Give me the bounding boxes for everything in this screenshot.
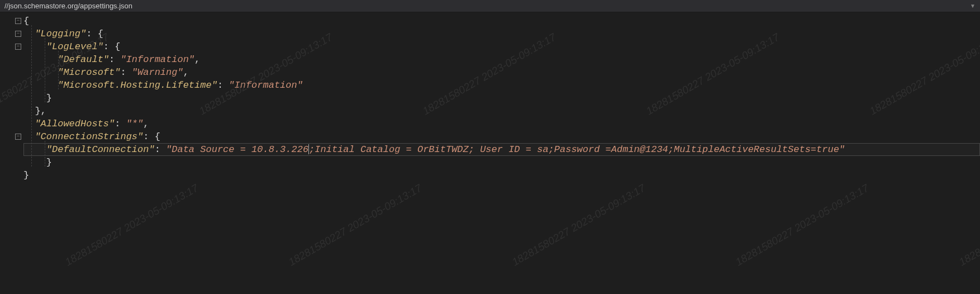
code-line[interactable]: }, (23, 105, 980, 117)
dropdown-arrow-icon[interactable]: ▼ (970, 3, 976, 9)
editor-area[interactable]: − − − − { "Logging": { "LogLevel": { "De… (0, 12, 980, 294)
fold-icon[interactable]: − (15, 18, 21, 24)
code-line[interactable]: "Default": "Information", (23, 53, 980, 66)
code-line[interactable]: } (23, 92, 980, 105)
text-caret (308, 144, 309, 154)
code-line[interactable]: "Logging": { (23, 27, 980, 40)
connection-string-value: "Data Source = 10.8.3.226;Initial Catalo… (166, 144, 845, 155)
code-line[interactable]: "Microsoft.Hosting.Lifetime": "Informati… (23, 79, 980, 92)
code-line[interactable]: "ConnectionStrings": { (23, 130, 980, 143)
schema-bar[interactable]: //json.schemastore.org/appsettings.json … (0, 0, 980, 12)
fold-icon[interactable]: − (15, 31, 21, 37)
code-line[interactable]: "LogLevel": { (23, 40, 980, 53)
code-line[interactable]: "DefaultConnection": "Data Source = 10.8… (23, 143, 980, 156)
code-content[interactable]: { "Logging": { "LogLevel": { "Default": … (23, 12, 980, 294)
code-line[interactable]: { (23, 15, 980, 27)
code-line[interactable]: } (23, 156, 980, 169)
code-line[interactable]: } (23, 169, 980, 182)
schema-url: //json.schemastore.org/appsettings.json (4, 2, 132, 10)
fold-icon[interactable]: − (15, 134, 21, 140)
gutter: − − − − (0, 12, 23, 294)
code-line[interactable]: "AllowedHosts": "*", (23, 117, 980, 130)
fold-icon[interactable]: − (15, 44, 21, 50)
code-line[interactable]: "Microsoft": "Warning", (23, 66, 980, 79)
